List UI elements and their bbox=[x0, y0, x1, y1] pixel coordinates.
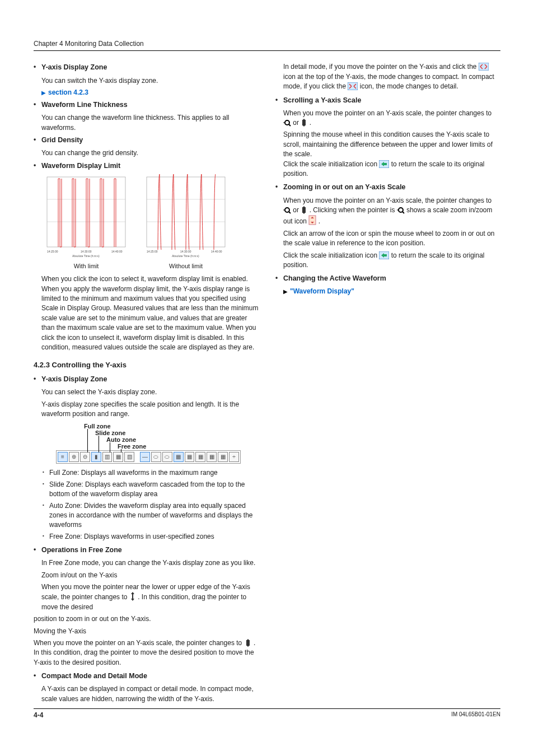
svg-point-23 bbox=[285, 208, 289, 212]
svg-text:14:40:00: 14:40:00 bbox=[111, 250, 123, 253]
item-yaxis-zone-2: Y-axis Display Zone bbox=[34, 374, 259, 384]
compact-mode-icon bbox=[479, 63, 489, 71]
magnifier-icon bbox=[397, 206, 405, 214]
heading: Y-axis Display Zone bbox=[41, 374, 259, 384]
heading: Y-axis Display Zone bbox=[41, 62, 259, 72]
text: When you move the pointer on an Y-axis s… bbox=[283, 109, 500, 128]
svg-text:14:40:00: 14:40:00 bbox=[211, 250, 222, 253]
resize-vertical-icon bbox=[129, 592, 136, 601]
crossref-link[interactable]: ▶section 4.2.3 bbox=[41, 88, 259, 97]
item-grid: Grid Density bbox=[34, 135, 259, 145]
zone-toolbar-figure: Full zone Slide zone Auto zone Free zone… bbox=[56, 422, 259, 464]
svg-text:14:30:00: 14:30:00 bbox=[180, 250, 191, 253]
text: position to zoom in or out on the Y-axis… bbox=[34, 614, 259, 624]
item-yaxis-zone: Y-axis Display Zone bbox=[34, 62, 259, 72]
toolbar-button[interactable]: ⊖ bbox=[80, 452, 90, 462]
list-item: Full Zone: Displays all waveforms in the… bbox=[41, 468, 259, 478]
doc-id: IM 04L65B01-01EN bbox=[451, 711, 500, 720]
svg-text:Absolute Time (h:m:s): Absolute Time (h:m:s) bbox=[172, 254, 199, 258]
move-cursor-icon bbox=[301, 206, 307, 214]
svg-rect-16 bbox=[348, 82, 358, 90]
page-footer: 4-4 IM 04L65B01-01EN bbox=[34, 708, 500, 720]
heading: Operations in Free Zone bbox=[41, 545, 259, 555]
text: Click the scale initialization icon to r… bbox=[283, 251, 500, 270]
toolbar-button[interactable]: ⬭ bbox=[162, 452, 172, 462]
text: When you click the icon to select it, wa… bbox=[41, 274, 259, 352]
item-compact: Compact Mode and Detail Mode bbox=[34, 671, 259, 681]
heading: Scrolling a Y-axis Scale bbox=[283, 95, 500, 105]
chart-without-limit: 14:25:00 14:30:00 14:40:00 Absolute Time… bbox=[141, 174, 231, 258]
toolbar-button[interactable]: — bbox=[140, 452, 150, 462]
section-4-2-3: 4.2.3 Controlling the Y-axis bbox=[34, 360, 259, 371]
text: Click an arrow of the icon or spin the m… bbox=[283, 229, 500, 249]
svg-point-18 bbox=[285, 120, 289, 125]
toolbar-button[interactable]: ≡ bbox=[58, 452, 68, 462]
item-zoom: Zooming in or out on an Y-axis Scale bbox=[275, 182, 500, 192]
text: When you move the pointer near the lower… bbox=[41, 582, 259, 612]
list-item: Slide Zone: Displays each waveform casca… bbox=[41, 480, 259, 500]
svg-rect-14 bbox=[246, 640, 250, 646]
svg-rect-15 bbox=[479, 63, 489, 71]
heading: Changing the Active Waveform bbox=[283, 273, 500, 283]
svg-rect-20 bbox=[302, 120, 306, 125]
heading: Compact Mode and Detail Mode bbox=[41, 671, 259, 681]
text: Spinning the mouse wheel in this conditi… bbox=[283, 130, 500, 179]
text: You can switch the Y-axis display zone. bbox=[41, 76, 259, 86]
item-limit: Waveform Display Limit bbox=[34, 161, 259, 171]
toolbar-button[interactable]: ▦ bbox=[207, 452, 217, 462]
toolbar-button[interactable]: ÷ bbox=[229, 452, 239, 462]
toolbar-button[interactable]: ▦ bbox=[185, 452, 195, 462]
heading: Zooming in or out on an Y-axis Scale bbox=[283, 182, 500, 192]
svg-text:14:25:00: 14:25:00 bbox=[47, 250, 58, 253]
text: You can change the waveform line thickne… bbox=[41, 113, 259, 133]
page-number: 4-4 bbox=[34, 711, 43, 720]
heading: Waveform Line Thickness bbox=[41, 100, 259, 110]
crossref-link[interactable]: ▶"Waveform Display" bbox=[283, 287, 500, 296]
toolbar-button[interactable]: ▦ bbox=[174, 452, 184, 462]
scale-init-icon bbox=[379, 160, 389, 168]
toolbar-full-zone-button[interactable]: ▮ bbox=[91, 452, 101, 462]
svg-line-24 bbox=[289, 212, 291, 213]
toolbar-button[interactable]: ⊕ bbox=[69, 452, 79, 462]
toolbar-auto-zone-button[interactable]: ▦ bbox=[113, 452, 123, 462]
text: You can select the Y-axis display zone. bbox=[41, 388, 259, 397]
chapter-header: Chapter 4 Monitoring Data Collection bbox=[34, 39, 500, 51]
item-active: Changing the Active Waveform bbox=[275, 273, 500, 283]
caption-with-limit: With limit bbox=[41, 262, 131, 271]
text: In Free Zone mode, you can change the Y-… bbox=[41, 558, 259, 568]
zone-toolbar: ≡ ⊕ ⊖ ▮ ▥ ▦ ▧ — ⬭ ⬭ ▦ ▦ ▦ ▦ ▦ ÷ bbox=[56, 450, 241, 464]
svg-rect-25 bbox=[302, 207, 306, 213]
toolbar-button[interactable]: ⬭ bbox=[151, 452, 161, 462]
text: Zoom in/out on the Y-axis bbox=[41, 571, 259, 580]
item-scroll: Scrolling a Y-axis Scale bbox=[275, 95, 500, 105]
list-item: Free Zone: Displays waveforms in user-sp… bbox=[41, 532, 259, 542]
label-free-zone: Free zone bbox=[118, 442, 146, 451]
svg-text:14:30:00: 14:30:00 bbox=[81, 250, 92, 253]
move-cursor-icon bbox=[301, 119, 307, 127]
magnifier-icon bbox=[283, 119, 291, 127]
text: In detail mode, if you move the pointer … bbox=[283, 62, 500, 91]
text: Moving the Y-axis bbox=[34, 627, 259, 636]
magnifier-icon bbox=[283, 206, 291, 214]
text: When you move the pointer on an Y-axis s… bbox=[283, 196, 500, 227]
text: Y-axis display zone specifies the scale … bbox=[41, 400, 259, 419]
toolbar-button[interactable]: ▦ bbox=[195, 452, 205, 462]
scale-init-icon bbox=[379, 251, 389, 259]
heading: Waveform Display Limit bbox=[41, 161, 259, 171]
text: You can change the grid density. bbox=[41, 148, 259, 158]
move-cursor-icon bbox=[244, 639, 252, 647]
zoom-in-out-icon bbox=[308, 215, 316, 225]
svg-line-19 bbox=[289, 124, 291, 126]
toolbar-free-zone-button[interactable]: ▧ bbox=[124, 452, 134, 462]
detail-mode-icon bbox=[348, 82, 358, 90]
toolbar-button[interactable]: ▦ bbox=[218, 452, 228, 462]
text: A Y-axis can be displayed in compact or … bbox=[41, 684, 259, 704]
item-thickness: Waveform Line Thickness bbox=[34, 100, 259, 110]
svg-line-28 bbox=[402, 212, 404, 213]
toolbar-slide-zone-button[interactable]: ▥ bbox=[102, 452, 113, 462]
svg-text:14:25:00: 14:25:00 bbox=[147, 250, 158, 253]
triangle-icon: ▶ bbox=[283, 288, 288, 295]
item-ops-free: Operations in Free Zone bbox=[34, 545, 259, 555]
triangle-icon: ▶ bbox=[41, 90, 46, 96]
heading: Grid Density bbox=[41, 135, 259, 145]
